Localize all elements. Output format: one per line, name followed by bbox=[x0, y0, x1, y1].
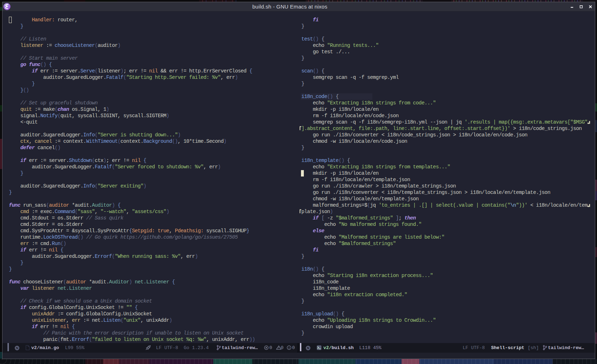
svg-text:N: N bbox=[16, 346, 18, 350]
svg-text:N: N bbox=[307, 346, 310, 350]
